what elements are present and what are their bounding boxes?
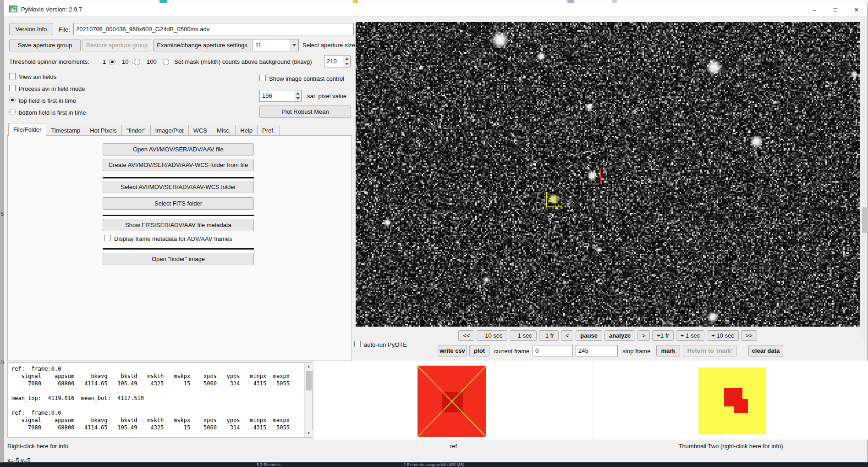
scrollbar-thumb[interactable] (306, 371, 312, 390)
show-contrast-control-checkbox[interactable] (259, 75, 266, 81)
back-1-sec-button[interactable]: - 1 sec (510, 330, 537, 341)
tab-misc[interactable]: Misc. (212, 125, 236, 136)
log-vertical-scrollbar[interactable]: ▲ ▼ (304, 363, 312, 437)
separator (103, 177, 254, 178)
mask-counts-spinner[interactable]: 210 (324, 56, 351, 67)
forward-10-sec-button[interactable]: + 10 sec (707, 330, 739, 341)
tab-wcs[interactable]: WCS (189, 125, 212, 136)
image-view[interactable] (356, 22, 860, 327)
image-vertical-scrollbar[interactable] (861, 19, 867, 338)
thumbnail-ref-image[interactable] (418, 366, 486, 437)
mask-blob (734, 399, 748, 413)
statusbar-fragment: 5.3 Elements (257, 462, 281, 467)
thumbnail-ref-label: ref (314, 443, 593, 450)
stop-frame-input[interactable] (576, 345, 618, 356)
plot-robust-mean-button[interactable]: Plot Robust Mean (259, 106, 351, 118)
title-bar (4, 3, 867, 17)
tab-hot-pixels[interactable]: Hot Pixels (85, 125, 122, 136)
select-fits-folder-button[interactable]: Select FITS folder (103, 197, 254, 210)
process-avi-field-mode-checkbox[interactable] (9, 85, 16, 91)
jump-back-button[interactable]: << (458, 330, 474, 341)
analyze-button[interactable]: analyze (604, 330, 635, 341)
save-aperture-group-button[interactable]: Save aperture group (9, 39, 81, 51)
pause-button[interactable]: pause (576, 330, 602, 341)
mask-counts-label: Set mask (mskth) counts above background… (174, 58, 312, 65)
examine-aperture-settings-button[interactable]: Examine/change aperture settings (153, 39, 251, 51)
log-info-label: Right-click here for info (7, 443, 68, 450)
open-finder-image-button[interactable]: Open "finder" image (103, 253, 254, 265)
tab-pref[interactable]: Pref. (258, 125, 280, 136)
scroll-up-icon[interactable]: ▲ (305, 363, 313, 370)
create-wcs-folder-button[interactable]: Create AVI/MOV/SER/ADV/AAV-WCS folder fr… (103, 159, 254, 171)
tab-timestamp[interactable]: Timestamp (46, 125, 85, 136)
clear-data-button[interactable]: clear data (748, 345, 783, 356)
display-frame-metadata-label: Display frame metadata for ADV/AAV frame… (114, 235, 232, 242)
auto-run-pyote-checkbox[interactable] (354, 341, 361, 347)
threshold-option-10-radio[interactable] (134, 59, 140, 65)
plot-button[interactable]: plot (469, 345, 489, 356)
thumbnail-two-image[interactable] (698, 367, 766, 434)
mark-button[interactable]: mark (656, 345, 680, 356)
log-output[interactable]: ref: frame:0.0 signal appsum bkavg bkstd… (7, 362, 313, 438)
spinner-arrows[interactable] (294, 90, 301, 101)
tab-image-plot[interactable]: Image/Plot (151, 125, 189, 136)
log-text: ref: frame:0.0 signal appsum bkavg bkstd… (11, 365, 290, 431)
separator (103, 215, 254, 216)
current-frame-label: current frame (494, 348, 529, 355)
select-wcs-folder-button[interactable]: Select AVI/MOV/SER/ADV/AAV-WCS folder (103, 181, 254, 193)
version-info-button[interactable]: Version Info (9, 23, 53, 35)
aperture-size-label: Select aperture size (302, 42, 355, 49)
scrollbar-thumb[interactable] (862, 207, 867, 233)
close-icon[interactable]: ✕ (846, 3, 867, 17)
step-forward-button[interactable]: > (637, 330, 650, 341)
starfield-image[interactable] (356, 22, 860, 327)
sat-pixel-label: sat. pixel value (307, 93, 346, 100)
maximize-icon[interactable]: □ (825, 3, 846, 17)
minimize-icon[interactable]: – (804, 3, 825, 17)
bottom-field-first-radio[interactable] (9, 109, 16, 115)
jump-forward-button[interactable]: >> (741, 330, 757, 341)
back-1-frame-button[interactable]: -1 fr (539, 330, 559, 341)
step-back-button[interactable]: < (561, 330, 574, 341)
thumbnail-two-label: Thumbnail Two (right-click here for info… (593, 443, 868, 450)
sat-pixel-value: 156 (262, 92, 272, 99)
scroll-down-icon[interactable]: ▼ (305, 430, 313, 437)
chevron-down-icon[interactable] (290, 39, 298, 51)
desktop-icon-label-fragment: D (0, 360, 4, 365)
forward-1-frame-button[interactable]: +1 fr (652, 330, 673, 341)
desktop-icon-label-fragment: S (0, 211, 4, 217)
show-metadata-button[interactable]: Show FITS/SER/ADV/AAV file metadata (103, 219, 254, 231)
threshold-option-100-label: 100 (147, 58, 157, 65)
restore-aperture-group-button[interactable]: Restore aperture group (82, 39, 151, 51)
process-avi-field-mode-label: Process avi in field mode (19, 85, 85, 92)
spinner-up-icon[interactable] (296, 92, 300, 95)
tab-help[interactable]: Help (236, 125, 258, 136)
desktop-left-fragment: S D (0, 0, 4, 467)
sat-pixel-spinner[interactable]: 156 (259, 90, 302, 102)
back-10-sec-button[interactable]: - 10 sec (477, 330, 507, 341)
bottom-field-first-label: bottom field is first in time (19, 109, 86, 116)
write-csv-button[interactable]: write csv (438, 345, 467, 356)
top-field-first-radio[interactable] (9, 97, 16, 103)
display-frame-metadata-checkbox[interactable] (104, 235, 111, 241)
open-video-file-button[interactable]: Open AVI/MOV/SER/ADV/AAV file (103, 143, 254, 156)
forward-1-sec-button[interactable]: + 1 sec (676, 330, 704, 341)
spinner-arrows[interactable] (343, 56, 350, 67)
spinner-down-icon[interactable] (345, 63, 349, 65)
tab-file-folder[interactable]: File/Folder (8, 123, 46, 136)
spinner-up-icon[interactable] (345, 58, 349, 60)
file-label: File: (59, 26, 70, 33)
view-avi-fields-checkbox[interactable] (9, 73, 16, 79)
aperture-box-yellow[interactable] (546, 192, 561, 207)
return-to-mark-button[interactable]: Return to 'mark' (683, 345, 737, 356)
current-frame-input[interactable] (533, 345, 573, 356)
aperture-size-select[interactable]: 11 (252, 39, 299, 51)
tab-finder[interactable]: "finder" (122, 125, 151, 136)
spinner-down-icon[interactable] (296, 97, 300, 100)
threshold-option-10-label: 10 (122, 58, 128, 65)
file-path-input[interactable] (73, 23, 354, 35)
threshold-option-1-radio[interactable] (109, 59, 115, 65)
aperture-box-red[interactable] (586, 169, 601, 184)
threshold-option-100-radio[interactable] (163, 59, 169, 65)
cursor-position-status: x=-5 y=5 (7, 457, 31, 464)
